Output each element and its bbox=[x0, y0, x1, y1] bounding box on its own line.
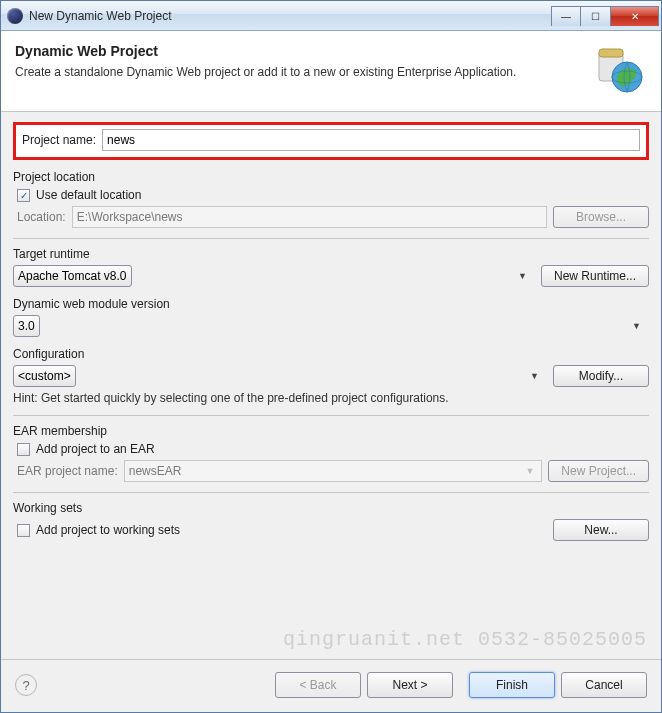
globe-jar-icon bbox=[593, 43, 647, 97]
project-name-row: Project name: bbox=[13, 122, 649, 160]
add-to-working-sets-label: Add project to working sets bbox=[36, 523, 547, 537]
svg-rect-1 bbox=[599, 49, 623, 57]
wizard-content: Project name: Project location ✓ Use def… bbox=[1, 112, 661, 659]
window-title: New Dynamic Web Project bbox=[29, 9, 172, 23]
eclipse-icon bbox=[7, 8, 23, 24]
separator bbox=[13, 492, 649, 493]
back-button[interactable]: < Back bbox=[275, 672, 361, 698]
target-runtime-select-wrap: Apache Tomcat v8.0 ▼ bbox=[13, 265, 535, 287]
new-runtime-button[interactable]: New Runtime... bbox=[541, 265, 649, 287]
ear-group: EAR membership ✓ Add project to an EAR E… bbox=[13, 424, 649, 482]
new-working-set-button[interactable]: New... bbox=[553, 519, 649, 541]
configuration-select-wrap: <custom> ▼ bbox=[13, 365, 547, 387]
add-to-ear-checkbox[interactable]: ✓ bbox=[17, 443, 30, 456]
next-button[interactable]: Next > bbox=[367, 672, 453, 698]
wizard-banner: Dynamic Web Project Create a standalone … bbox=[1, 31, 661, 112]
minimize-button[interactable]: — bbox=[551, 6, 581, 26]
add-to-working-sets-checkbox[interactable]: ✓ bbox=[17, 524, 30, 537]
project-name-label: Project name: bbox=[22, 133, 96, 147]
finish-button[interactable]: Finish bbox=[469, 672, 555, 698]
watermark-text: qingruanit.net 0532-85025005 bbox=[283, 628, 647, 651]
browse-button[interactable]: Browse... bbox=[553, 206, 649, 228]
working-sets-title: Working sets bbox=[13, 501, 649, 515]
chevron-down-icon: ▼ bbox=[530, 371, 539, 381]
ear-name-label: EAR project name: bbox=[17, 464, 118, 478]
separator bbox=[13, 415, 649, 416]
location-input bbox=[72, 206, 547, 228]
module-version-title: Dynamic web module version bbox=[13, 297, 649, 311]
wizard-heading: Dynamic Web Project bbox=[15, 43, 593, 59]
close-button[interactable]: ✕ bbox=[611, 6, 659, 26]
window-controls: — ☐ ✕ bbox=[551, 6, 659, 26]
new-ear-project-button[interactable]: New Project... bbox=[548, 460, 649, 482]
configuration-select[interactable]: <custom> bbox=[13, 365, 76, 387]
modify-button[interactable]: Modify... bbox=[553, 365, 649, 387]
configuration-hint: Hint: Get started quickly by selecting o… bbox=[13, 391, 649, 405]
project-name-input[interactable] bbox=[102, 129, 640, 151]
project-location-group: Project location ✓ Use default location … bbox=[13, 170, 649, 228]
separator bbox=[13, 238, 649, 239]
chevron-down-icon: ▼ bbox=[518, 271, 527, 281]
module-version-group: Dynamic web module version 3.0 ▼ bbox=[13, 297, 649, 337]
cancel-button[interactable]: Cancel bbox=[561, 672, 647, 698]
target-runtime-select[interactable]: Apache Tomcat v8.0 bbox=[13, 265, 132, 287]
wizard-description: Create a standalone Dynamic Web project … bbox=[15, 65, 593, 79]
use-default-location-checkbox[interactable]: ✓ bbox=[17, 189, 30, 202]
working-sets-group: Working sets ✓ Add project to working se… bbox=[13, 501, 649, 541]
ear-title: EAR membership bbox=[13, 424, 649, 438]
target-runtime-title: Target runtime bbox=[13, 247, 649, 261]
module-version-select-wrap: 3.0 ▼ bbox=[13, 315, 649, 337]
add-to-ear-label: Add project to an EAR bbox=[36, 442, 155, 456]
configuration-group: Configuration <custom> ▼ Modify... Hint:… bbox=[13, 347, 649, 405]
use-default-location-label: Use default location bbox=[36, 188, 141, 202]
location-label: Location: bbox=[17, 210, 66, 224]
chevron-down-icon: ▼ bbox=[632, 321, 641, 331]
target-runtime-group: Target runtime Apache Tomcat v8.0 ▼ New … bbox=[13, 247, 649, 287]
dialog-window: New Dynamic Web Project — ☐ ✕ Dynamic We… bbox=[0, 0, 662, 713]
module-version-select[interactable]: 3.0 bbox=[13, 315, 40, 337]
titlebar[interactable]: New Dynamic Web Project — ☐ ✕ bbox=[1, 1, 661, 31]
ear-name-input bbox=[124, 460, 543, 482]
wizard-footer: ? < Back Next > Finish Cancel bbox=[1, 659, 661, 712]
maximize-button[interactable]: ☐ bbox=[581, 6, 611, 26]
ear-name-select-wrap: ▼ bbox=[124, 460, 543, 482]
project-location-title: Project location bbox=[13, 170, 649, 184]
help-icon[interactable]: ? bbox=[15, 674, 37, 696]
configuration-title: Configuration bbox=[13, 347, 649, 361]
